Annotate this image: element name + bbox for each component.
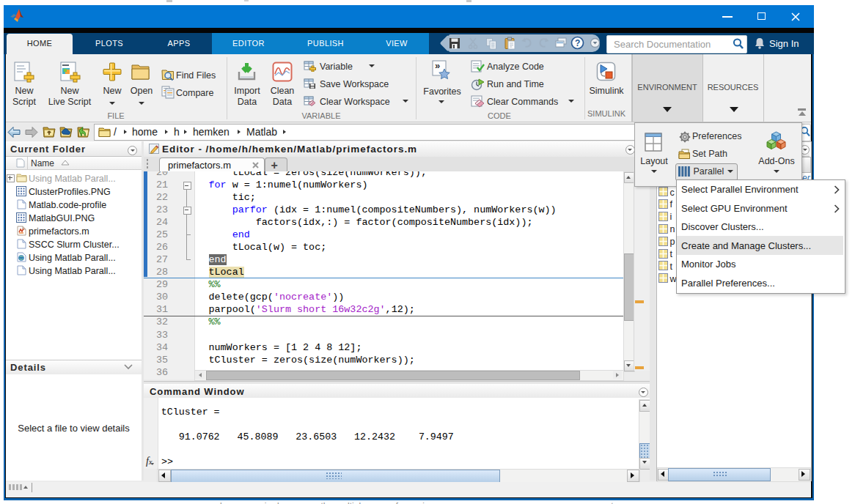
svg-text:?: ?	[575, 38, 580, 48]
svg-text:»: »	[435, 60, 440, 71]
